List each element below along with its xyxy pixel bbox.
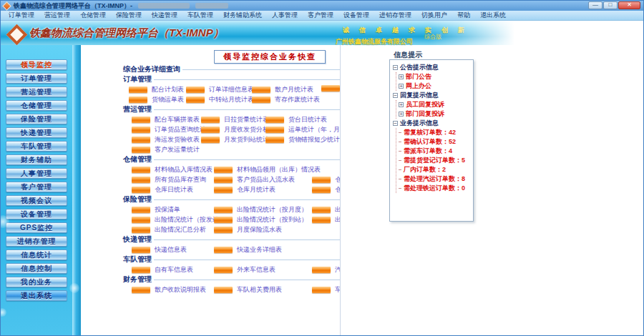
report-link-散户收款说明报表[interactable]: 散户收款说明报表 [132, 285, 206, 295]
report-link-车队[interactable]: 车队 [312, 285, 341, 295]
tree-group-回复提示信息[interactable]: −回复提示信息 [393, 91, 472, 100]
tree-item-需处理铁运订单数：0[interactable]: 需处理铁运订单数：0 [399, 184, 472, 193]
tree-item-部门回复投诉[interactable]: +部门回复投诉 [399, 109, 472, 119]
collapse-minus-icon[interactable]: − [393, 65, 398, 70]
menu-item-营运管理[interactable]: 营运管理 [39, 11, 75, 20]
menu-item-快递管理[interactable]: 快递管理 [147, 11, 182, 20]
report-button-icon[interactable] [132, 167, 150, 173]
menu-item-仓储管理[interactable]: 仓储管理 [75, 11, 111, 20]
report-button-icon[interactable] [265, 137, 284, 143]
report-button-icon[interactable] [186, 87, 205, 93]
menu-item-订单管理[interactable]: 订单管理 [4, 11, 39, 20]
menu-item-切换用户[interactable]: 切换用户 [416, 11, 452, 20]
report-button-icon[interactable] [252, 97, 270, 103]
report-button-icon[interactable] [201, 127, 220, 133]
leader-monitor-quick-check-button[interactable]: 领导监控综合业务快查 [214, 50, 326, 64]
sidebar-item-快递管理[interactable]: 快递管理 [6, 127, 67, 138]
report-link-客户发运量统计[interactable]: 客户发运量统计 [132, 145, 200, 154]
report-link-快递业务详细表[interactable]: 快递业务详细表 [214, 245, 282, 255]
report-button-icon[interactable] [214, 267, 233, 273]
report-button-icon[interactable] [265, 127, 284, 133]
report-button-icon[interactable] [132, 207, 150, 213]
tree-group-公告提示信息[interactable]: −公告提示信息 [393, 63, 472, 72]
report-button-icon[interactable] [132, 217, 150, 223]
tree-item-需提货登记订单数：5[interactable]: 需提货登记订单数：5 [399, 156, 472, 165]
report-button-icon[interactable] [312, 207, 331, 213]
sidebar-item-客户管理[interactable]: 客户管理 [6, 182, 67, 192]
menu-item-进销存管理[interactable]: 进销存管理 [374, 11, 416, 20]
report-button-icon[interactable] [214, 177, 233, 183]
menu-item-保险管理[interactable]: 保险管理 [111, 11, 147, 20]
sidebar-item-订单管理[interactable]: 订单管理 [6, 73, 67, 84]
report-link-仓库[interactable]: 仓库 [312, 185, 341, 194]
report-button-icon[interactable] [312, 267, 331, 273]
tree-item-需派车订单数：4[interactable]: 需派车订单数：4 [399, 147, 472, 156]
collapse-minus-icon[interactable]: − [393, 93, 398, 98]
tree-item-需处理汽运订单数：8[interactable]: 需处理汽运订单数：8 [399, 174, 472, 184]
report-button-icon[interactable] [132, 137, 150, 143]
report-button-icon[interactable] [132, 147, 150, 153]
sidebar-item-领导监控[interactable]: 领导监控 [6, 59, 67, 70]
sidebar-item-营运管理[interactable]: 营运管理 [6, 87, 67, 97]
report-link-仓库日统计表[interactable]: 仓库日统计表 [132, 185, 193, 194]
report-button-icon[interactable] [214, 167, 233, 173]
tree-item-厂内订单数：2[interactable]: 厂内订单数：2 [399, 165, 472, 174]
sidebar-item-仓储管理[interactable]: 仓储管理 [6, 100, 67, 111]
sidebar-item-我的业务[interactable]: 我的业务 [6, 277, 67, 287]
report-button-icon[interactable] [132, 117, 150, 123]
report-link-button[interactable] [321, 85, 341, 92]
menu-item-设备管理[interactable]: 设备管理 [338, 11, 374, 20]
tree-item-员工回复投诉[interactable]: +员工回复投诉 [399, 100, 472, 109]
tree-item-部门公告[interactable]: +部门公告 [399, 72, 472, 81]
report-link-中转站月统计表[interactable]: 中转站月统计表 [186, 95, 254, 104]
expand-plus-icon[interactable]: + [399, 74, 404, 79]
report-button-icon[interactable] [265, 117, 284, 123]
sidebar-item-退出系统[interactable]: 退出系统 [6, 290, 67, 301]
expand-plus-icon[interactable]: + [399, 102, 404, 107]
report-link-外来车信息表[interactable]: 外来车信息表 [214, 265, 275, 275]
report-button-icon[interactable] [312, 217, 331, 223]
sidebar-item-进销存管理[interactable]: 进销存管理 [6, 236, 67, 247]
report-button-icon[interactable] [214, 207, 233, 213]
expand-plus-icon[interactable]: + [399, 84, 404, 89]
menu-item-人事管理[interactable]: 人事管理 [267, 11, 303, 20]
report-button-icon[interactable] [214, 217, 233, 223]
report-button-icon[interactable] [312, 287, 331, 293]
maximize-button[interactable]: □ [603, 1, 618, 9]
report-button-icon[interactable] [132, 127, 150, 133]
report-button-icon[interactable] [201, 137, 220, 143]
sidebar-item-车队管理[interactable]: 车队管理 [6, 141, 67, 152]
report-button-icon[interactable] [214, 287, 233, 293]
sidebar-item-保险管理[interactable]: 保险管理 [6, 114, 67, 124]
menu-item-帮助[interactable]: 帮助 [452, 11, 475, 20]
expand-plus-icon[interactable]: + [399, 112, 404, 117]
close-button[interactable]: ✕ [618, 1, 640, 9]
report-link-车队相关费用表[interactable]: 车队相关费用表 [214, 285, 282, 295]
report-button-icon[interactable] [201, 117, 220, 123]
sidebar-item-设备管理[interactable]: 设备管理 [6, 209, 67, 219]
report-button-icon[interactable] [252, 87, 270, 93]
report-link-月度保险流水表[interactable]: 月度保险流水表 [214, 225, 282, 234]
report-link-自有车信息表[interactable]: 自有车信息表 [132, 265, 193, 275]
sidebar-item-信息统计[interactable]: 信息统计 [6, 249, 67, 260]
minimize-button[interactable]: — [588, 1, 602, 9]
menu-item-退出系统[interactable]: 退出系统 [475, 11, 511, 20]
report-button-icon[interactable] [186, 97, 205, 103]
report-button-icon[interactable] [132, 177, 150, 183]
tree-item-网上办公[interactable]: +网上办公 [399, 81, 472, 91]
report-link-出险情况汇总分析[interactable]: 出险情况汇总分析 [132, 225, 206, 234]
report-button-icon[interactable] [129, 87, 147, 93]
report-link-仓库月统计表[interactable]: 仓库月统计表 [214, 185, 275, 194]
menu-item-车队管理[interactable]: 车队管理 [182, 11, 218, 20]
menu-item-财务辅助系统[interactable]: 财务辅助系统 [218, 11, 267, 20]
collapse-minus-icon[interactable]: − [393, 121, 398, 126]
report-link-汽[interactable]: 汽 [312, 265, 341, 275]
report-button-icon[interactable] [312, 177, 331, 183]
report-button-icon[interactable] [129, 97, 147, 103]
sidebar-item-视频会议[interactable]: 视频会议 [6, 195, 67, 206]
sidebar-item-信息控制[interactable]: 信息控制 [6, 263, 67, 274]
sidebar-item-GPS监控[interactable]: GPS监控 [6, 222, 67, 233]
report-button-icon[interactable] [312, 187, 331, 193]
tree-item-需复核订单数：42[interactable]: 需复核订单数：42 [399, 128, 472, 137]
report-button-icon[interactable] [214, 227, 233, 233]
